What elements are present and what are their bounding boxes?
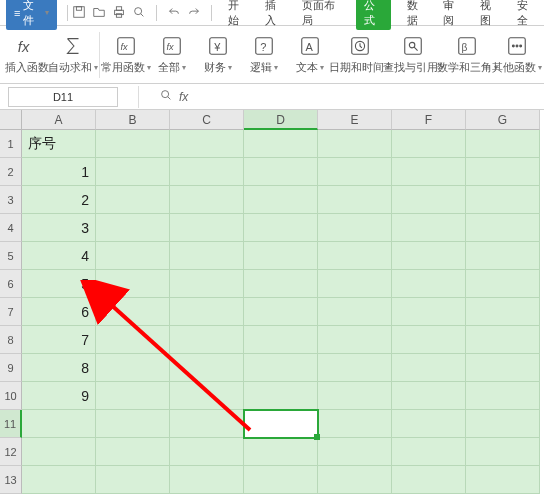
cell[interactable] (392, 214, 466, 242)
cell[interactable] (96, 382, 170, 410)
cell[interactable] (244, 242, 318, 270)
tab-pagelayout[interactable]: 页面布局 (300, 0, 342, 30)
cell[interactable] (466, 382, 540, 410)
print-icon[interactable] (112, 5, 126, 21)
tab-review[interactable]: 审阅 (441, 0, 464, 30)
cell[interactable] (466, 326, 540, 354)
cell[interactable] (170, 466, 244, 494)
zoom-icon[interactable] (159, 88, 173, 105)
cell[interactable] (170, 186, 244, 214)
cell[interactable] (318, 438, 392, 466)
file-menu-button[interactable]: ≡ 文件 ▾ (6, 0, 57, 30)
text-button[interactable]: A 文本▾ (287, 28, 333, 82)
preview-icon[interactable] (132, 5, 146, 21)
column-header[interactable]: A (22, 110, 96, 130)
row-header[interactable]: 7 (0, 298, 22, 326)
cell[interactable] (392, 410, 466, 438)
save-icon[interactable] (72, 5, 86, 21)
select-all-corner[interactable] (0, 110, 22, 130)
row-header[interactable]: 1 (0, 130, 22, 158)
cell[interactable] (244, 382, 318, 410)
fx-icon[interactable]: fx (179, 90, 188, 104)
cell[interactable] (318, 326, 392, 354)
cell[interactable]: 8 (22, 354, 96, 382)
cell[interactable] (170, 354, 244, 382)
cell[interactable]: 9 (22, 382, 96, 410)
cell[interactable] (318, 354, 392, 382)
row-header[interactable]: 11 (0, 410, 22, 438)
math-button[interactable]: β 数学和三角▾ (440, 28, 494, 82)
column-header[interactable]: F (392, 110, 466, 130)
cell[interactable] (466, 242, 540, 270)
tab-data[interactable]: 数据 (405, 0, 428, 30)
cell[interactable] (96, 466, 170, 494)
cell[interactable] (392, 158, 466, 186)
cell[interactable] (22, 410, 96, 438)
row-header[interactable]: 12 (0, 438, 22, 466)
cell[interactable] (96, 298, 170, 326)
insert-function-button[interactable]: fx 插入函数 (4, 28, 50, 82)
cell[interactable] (466, 466, 540, 494)
undo-icon[interactable] (167, 5, 181, 21)
cell[interactable] (244, 186, 318, 214)
cell[interactable] (22, 438, 96, 466)
cell[interactable] (318, 130, 392, 158)
cell[interactable] (392, 270, 466, 298)
cell[interactable] (170, 438, 244, 466)
financial-button[interactable]: ¥ 财务▾ (195, 28, 241, 82)
tab-insert[interactable]: 插入 (263, 0, 286, 30)
redo-icon[interactable] (187, 5, 201, 21)
column-header[interactable]: C (170, 110, 244, 130)
cell[interactable] (466, 410, 540, 438)
cell[interactable] (96, 186, 170, 214)
cell[interactable] (244, 158, 318, 186)
cell[interactable] (96, 158, 170, 186)
column-header[interactable]: E (318, 110, 392, 130)
cell[interactable] (466, 298, 540, 326)
cell[interactable]: 7 (22, 326, 96, 354)
cell[interactable] (170, 298, 244, 326)
cell[interactable] (96, 130, 170, 158)
cell[interactable] (244, 214, 318, 242)
cell[interactable] (392, 354, 466, 382)
more-functions-button[interactable]: 其他函数▾ (494, 28, 540, 82)
cell[interactable] (244, 270, 318, 298)
cell[interactable] (170, 326, 244, 354)
cell[interactable] (244, 130, 318, 158)
row-header[interactable]: 8 (0, 326, 22, 354)
tab-formula[interactable]: 公式 (356, 0, 391, 30)
tab-security[interactable]: 安全 (515, 0, 538, 30)
cell[interactable] (96, 270, 170, 298)
logical-button[interactable]: ? 逻辑▾ (241, 28, 287, 82)
cell[interactable] (244, 326, 318, 354)
cell[interactable] (318, 298, 392, 326)
column-header[interactable]: G (466, 110, 540, 130)
row-header[interactable]: 9 (0, 354, 22, 382)
cell[interactable] (96, 354, 170, 382)
cell[interactable] (392, 438, 466, 466)
row-header[interactable]: 6 (0, 270, 22, 298)
cell[interactable] (170, 382, 244, 410)
tab-start[interactable]: 开始 (226, 0, 249, 30)
row-header[interactable]: 3 (0, 186, 22, 214)
cell[interactable] (392, 326, 466, 354)
cell[interactable] (318, 214, 392, 242)
cell[interactable] (318, 270, 392, 298)
cell[interactable] (392, 130, 466, 158)
cell[interactable] (318, 242, 392, 270)
cell[interactable] (466, 158, 540, 186)
cell[interactable]: 6 (22, 298, 96, 326)
common-functions-button[interactable]: fx 常用函数▾ (103, 28, 149, 82)
row-header[interactable]: 4 (0, 214, 22, 242)
cell[interactable] (170, 214, 244, 242)
cell[interactable] (244, 298, 318, 326)
cell[interactable] (392, 466, 466, 494)
row-header[interactable]: 10 (0, 382, 22, 410)
row-header[interactable]: 5 (0, 242, 22, 270)
cell[interactable] (466, 186, 540, 214)
cell[interactable]: 5 (22, 270, 96, 298)
cell[interactable] (170, 242, 244, 270)
row-header[interactable]: 2 (0, 158, 22, 186)
cell[interactable] (392, 186, 466, 214)
autosum-button[interactable]: 自动求和▾ (50, 28, 96, 82)
